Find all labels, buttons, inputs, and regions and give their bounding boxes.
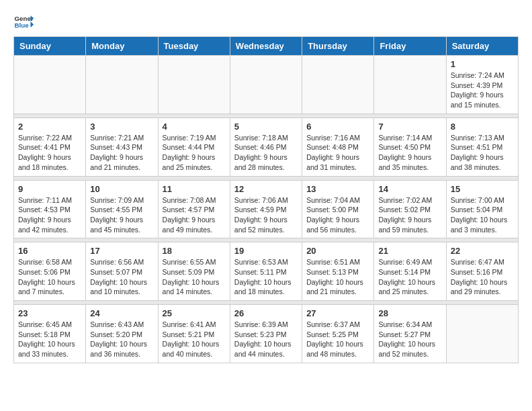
day-info: Sunrise: 7:16 AM Sunset: 4:48 PM Dayligh…	[306, 133, 369, 173]
calendar-week-row: 23Sunrise: 6:45 AM Sunset: 5:18 PM Dayli…	[14, 305, 519, 363]
svg-text:Blue: Blue	[15, 21, 30, 29]
calendar-cell: 7Sunrise: 7:14 AM Sunset: 4:50 PM Daylig…	[374, 118, 446, 176]
logo-icon: General Blue	[13, 13, 34, 30]
calendar-cell	[158, 56, 230, 114]
calendar-cell: 6Sunrise: 7:16 AM Sunset: 4:48 PM Daylig…	[302, 118, 374, 176]
day-info: Sunrise: 6:56 AM Sunset: 5:07 PM Dayligh…	[90, 257, 153, 297]
day-info: Sunrise: 6:39 AM Sunset: 5:23 PM Dayligh…	[234, 320, 298, 359]
day-number: 10	[90, 184, 153, 194]
day-info: Sunrise: 6:55 AM Sunset: 5:09 PM Dayligh…	[163, 257, 226, 297]
day-info: Sunrise: 7:24 AM Sunset: 4:39 PM Dayligh…	[451, 71, 514, 110]
day-number: 12	[234, 184, 298, 194]
day-number: 9	[18, 184, 81, 194]
calendar-cell: 28Sunrise: 6:34 AM Sunset: 5:27 PM Dayli…	[374, 305, 446, 363]
calendar-week-row: 16Sunrise: 6:58 AM Sunset: 5:06 PM Dayli…	[14, 242, 519, 301]
day-number: 6	[306, 122, 369, 132]
weekday-header-row: SundayMondayTuesdayWednesdayThursdayFrid…	[14, 37, 519, 56]
calendar-cell: 4Sunrise: 7:19 AM Sunset: 4:44 PM Daylig…	[158, 118, 230, 176]
calendar-cell	[230, 56, 302, 114]
logo: General Blue	[13, 13, 36, 30]
calendar-cell: 15Sunrise: 7:00 AM Sunset: 5:04 PM Dayli…	[446, 180, 518, 238]
page-header: General Blue	[13, 13, 519, 30]
day-info: Sunrise: 7:11 AM Sunset: 4:53 PM Dayligh…	[18, 195, 81, 235]
weekday-header-thursday: Thursday	[302, 37, 374, 56]
day-info: Sunrise: 6:45 AM Sunset: 5:18 PM Dayligh…	[18, 320, 81, 359]
calendar-cell: 1Sunrise: 7:24 AM Sunset: 4:39 PM Daylig…	[446, 56, 518, 114]
day-number: 26	[234, 308, 298, 318]
calendar-week-row: 2Sunrise: 7:22 AM Sunset: 4:41 PM Daylig…	[14, 118, 519, 176]
day-number: 17	[90, 246, 153, 256]
day-info: Sunrise: 6:37 AM Sunset: 5:25 PM Dayligh…	[306, 320, 369, 359]
day-info: Sunrise: 6:49 AM Sunset: 5:14 PM Dayligh…	[378, 257, 441, 297]
calendar-cell: 13Sunrise: 7:04 AM Sunset: 5:00 PM Dayli…	[302, 180, 374, 238]
day-number: 11	[163, 184, 226, 194]
day-info: Sunrise: 7:18 AM Sunset: 4:46 PM Dayligh…	[234, 133, 298, 173]
day-number: 25	[163, 308, 226, 318]
day-number: 15	[451, 184, 514, 194]
calendar-cell: 5Sunrise: 7:18 AM Sunset: 4:46 PM Daylig…	[230, 118, 302, 176]
calendar-week-row: 1Sunrise: 7:24 AM Sunset: 4:39 PM Daylig…	[14, 56, 519, 114]
calendar-cell: 22Sunrise: 6:47 AM Sunset: 5:16 PM Dayli…	[446, 242, 518, 301]
day-number: 22	[451, 246, 514, 256]
day-number: 13	[306, 184, 369, 194]
calendar-cell: 2Sunrise: 7:22 AM Sunset: 4:41 PM Daylig…	[14, 118, 86, 176]
day-info: Sunrise: 7:09 AM Sunset: 4:55 PM Dayligh…	[90, 195, 153, 235]
day-number: 3	[90, 122, 153, 132]
day-number: 20	[306, 246, 369, 256]
day-number: 23	[18, 308, 81, 318]
calendar-cell: 24Sunrise: 6:43 AM Sunset: 5:20 PM Dayli…	[86, 305, 158, 363]
calendar-cell	[86, 56, 158, 114]
day-info: Sunrise: 6:51 AM Sunset: 5:13 PM Dayligh…	[306, 257, 369, 297]
calendar-cell: 18Sunrise: 6:55 AM Sunset: 5:09 PM Dayli…	[158, 242, 230, 301]
calendar-cell: 25Sunrise: 6:41 AM Sunset: 5:21 PM Dayli…	[158, 305, 230, 363]
day-info: Sunrise: 7:06 AM Sunset: 4:59 PM Dayligh…	[234, 195, 298, 235]
day-number: 19	[234, 246, 298, 256]
day-info: Sunrise: 6:43 AM Sunset: 5:20 PM Dayligh…	[90, 320, 153, 359]
calendar-cell	[374, 56, 446, 114]
calendar-cell: 27Sunrise: 6:37 AM Sunset: 5:25 PM Dayli…	[302, 305, 374, 363]
calendar-cell: 21Sunrise: 6:49 AM Sunset: 5:14 PM Dayli…	[374, 242, 446, 301]
day-info: Sunrise: 6:53 AM Sunset: 5:11 PM Dayligh…	[234, 257, 298, 297]
day-number: 1	[451, 59, 514, 69]
calendar-cell: 11Sunrise: 7:08 AM Sunset: 4:57 PM Dayli…	[158, 180, 230, 238]
day-number: 5	[234, 122, 298, 132]
calendar-cell: 3Sunrise: 7:21 AM Sunset: 4:43 PM Daylig…	[86, 118, 158, 176]
day-info: Sunrise: 6:41 AM Sunset: 5:21 PM Dayligh…	[163, 320, 226, 359]
weekday-header-monday: Monday	[86, 37, 158, 56]
day-number: 2	[18, 122, 81, 132]
day-info: Sunrise: 7:02 AM Sunset: 5:02 PM Dayligh…	[378, 195, 441, 235]
weekday-header-wednesday: Wednesday	[230, 37, 302, 56]
day-info: Sunrise: 6:58 AM Sunset: 5:06 PM Dayligh…	[18, 257, 81, 297]
calendar-cell: 9Sunrise: 7:11 AM Sunset: 4:53 PM Daylig…	[14, 180, 86, 238]
calendar-cell: 17Sunrise: 6:56 AM Sunset: 5:07 PM Dayli…	[86, 242, 158, 301]
calendar-table: SundayMondayTuesdayWednesdayThursdayFrid…	[13, 36, 519, 363]
day-info: Sunrise: 7:08 AM Sunset: 4:57 PM Dayligh…	[163, 195, 226, 235]
calendar-cell	[446, 305, 518, 363]
day-number: 21	[378, 246, 441, 256]
calendar-cell: 23Sunrise: 6:45 AM Sunset: 5:18 PM Dayli…	[14, 305, 86, 363]
calendar-cell: 12Sunrise: 7:06 AM Sunset: 4:59 PM Dayli…	[230, 180, 302, 238]
day-info: Sunrise: 6:34 AM Sunset: 5:27 PM Dayligh…	[378, 320, 441, 359]
day-number: 7	[378, 122, 441, 132]
day-number: 4	[163, 122, 226, 132]
day-number: 8	[451, 122, 514, 132]
day-info: Sunrise: 7:22 AM Sunset: 4:41 PM Dayligh…	[18, 133, 81, 173]
day-info: Sunrise: 7:21 AM Sunset: 4:43 PM Dayligh…	[90, 133, 153, 173]
calendar-cell: 10Sunrise: 7:09 AM Sunset: 4:55 PM Dayli…	[86, 180, 158, 238]
calendar-cell: 20Sunrise: 6:51 AM Sunset: 5:13 PM Dayli…	[302, 242, 374, 301]
calendar-cell: 26Sunrise: 6:39 AM Sunset: 5:23 PM Dayli…	[230, 305, 302, 363]
day-number: 18	[163, 246, 226, 256]
weekday-header-friday: Friday	[374, 37, 446, 56]
day-info: Sunrise: 7:00 AM Sunset: 5:04 PM Dayligh…	[451, 195, 514, 235]
day-number: 14	[378, 184, 441, 194]
day-info: Sunrise: 7:04 AM Sunset: 5:00 PM Dayligh…	[306, 195, 369, 235]
day-number: 28	[378, 308, 441, 318]
weekday-header-saturday: Saturday	[446, 37, 518, 56]
calendar-cell: 14Sunrise: 7:02 AM Sunset: 5:02 PM Dayli…	[374, 180, 446, 238]
weekday-header-tuesday: Tuesday	[158, 37, 230, 56]
day-info: Sunrise: 7:19 AM Sunset: 4:44 PM Dayligh…	[163, 133, 226, 173]
calendar-cell: 8Sunrise: 7:13 AM Sunset: 4:51 PM Daylig…	[446, 118, 518, 176]
calendar-cell	[14, 56, 86, 114]
calendar-cell	[302, 56, 374, 114]
calendar-cell: 16Sunrise: 6:58 AM Sunset: 5:06 PM Dayli…	[14, 242, 86, 301]
